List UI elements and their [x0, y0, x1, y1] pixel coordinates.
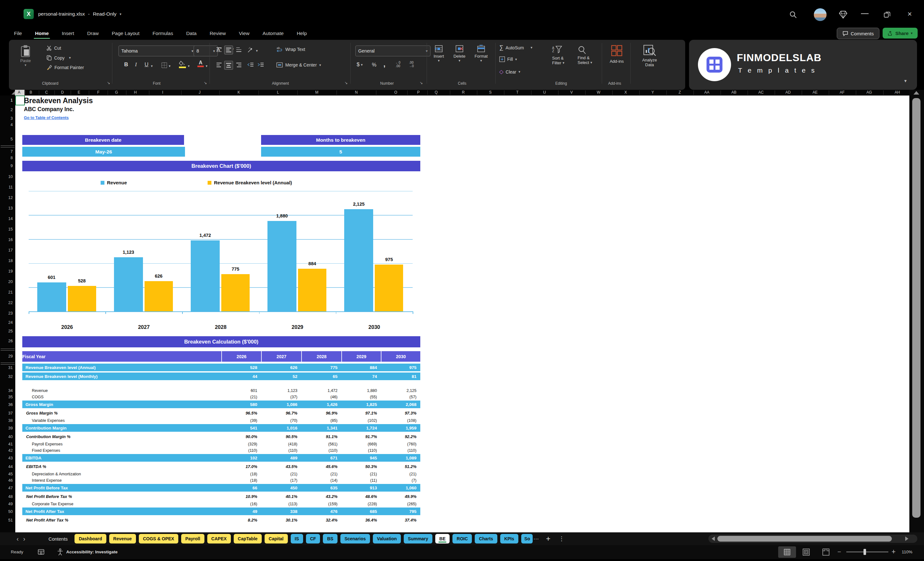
search-icon[interactable] [789, 10, 797, 19]
sheet-tab-roic[interactable]: ROIC [453, 534, 472, 543]
column-header-S[interactable]: S [489, 90, 492, 94]
sort-filter-button[interactable]: AZ Sort & Filter▾ [552, 45, 564, 65]
row-label[interactable]: Variable Expenses [22, 418, 221, 423]
alignment-dialog-launcher-icon[interactable]: ↘ [345, 81, 348, 85]
cell[interactable]: 2,125 [381, 388, 420, 393]
cell[interactable]: (21) [381, 472, 420, 476]
share-button[interactable]: Share ▾ [883, 28, 918, 39]
cell[interactable]: (18) [221, 478, 261, 483]
toc-link[interactable]: Go to Table of Contents [24, 116, 69, 120]
sheet-tab-valuation[interactable]: Valuation [373, 534, 401, 543]
cell[interactable]: 96.5% [221, 411, 261, 416]
increase-indent-button[interactable] [257, 62, 264, 68]
row-label[interactable]: Gross Margin [22, 402, 221, 407]
cell[interactable]: (110) [261, 448, 301, 453]
font-family-select[interactable]: Tahoma▾ [118, 45, 196, 56]
decrease-decimal-button[interactable]: .00→0 [409, 61, 414, 68]
cell[interactable]: (46) [301, 395, 341, 399]
column-header-K[interactable]: K [237, 90, 240, 94]
cell[interactable]: 81 [381, 374, 420, 379]
chevron-down-icon[interactable]: ▾ [256, 49, 258, 53]
row-header-44[interactable]: 44 [1, 465, 13, 469]
cell[interactable]: 49 [221, 509, 261, 514]
comma-format-button[interactable]: , [383, 60, 386, 69]
zoom-slider-thumb[interactable] [864, 549, 866, 555]
premium-gem-icon[interactable] [838, 10, 848, 19]
sheet-tab-so[interactable]: So [521, 534, 532, 543]
horizontal-scroll-thumb[interactable] [717, 536, 892, 542]
cell[interactable]: 1,426 [301, 402, 341, 407]
column-header-W[interactable]: W [597, 90, 600, 94]
user-avatar[interactable] [814, 8, 826, 21]
row-header-4[interactable]: 4 [1, 123, 13, 127]
cell[interactable]: 43.2% [301, 494, 341, 499]
cell[interactable]: 1,123 [261, 388, 301, 393]
collapse-ribbon-chevron-icon[interactable]: ▾ [904, 78, 907, 84]
number-dialog-launcher-icon[interactable]: ↘ [420, 81, 423, 85]
column-header-Q[interactable]: Q [435, 90, 438, 94]
minimize-button[interactable] [861, 14, 868, 14]
orientation-button[interactable] [247, 46, 254, 53]
column-header-E[interactable]: E [78, 90, 80, 94]
comments-button[interactable]: Comments [837, 28, 879, 39]
fill-button[interactable]: Fill ▾ [499, 56, 517, 62]
row-label[interactable]: Net Profit Before Tax [22, 486, 221, 490]
status-accessibility[interactable]: Accessibility: Investigate [66, 549, 117, 554]
cell[interactable]: 635 [301, 486, 341, 490]
cell[interactable]: 775 [301, 365, 341, 370]
column-header-O[interactable]: O [394, 90, 397, 94]
bold-button[interactable]: B [124, 62, 128, 68]
scroll-right-arrow[interactable] [905, 537, 908, 541]
column-header-AH[interactable]: AH [895, 90, 900, 94]
underline-button[interactable]: U [144, 62, 148, 68]
scroll-left-arrow[interactable] [712, 537, 715, 541]
cell[interactable]: (37) [261, 395, 301, 399]
font-dialog-launcher-icon[interactable]: ↘ [204, 81, 207, 85]
sheet-tab-revenue[interactable]: Revenue [109, 534, 136, 543]
sheet-tab-bs[interactable]: BS [323, 534, 337, 543]
row-label[interactable]: Contribution Margin [22, 426, 221, 430]
zoom-level[interactable]: 110% [902, 549, 912, 554]
increase-decimal-button[interactable]: ←0.00 [396, 61, 400, 68]
column-header-AG[interactable]: AG [866, 90, 872, 94]
font-size-select[interactable]: 8▾ [194, 45, 218, 56]
cell[interactable]: 37.4% [381, 518, 420, 522]
cell[interactable]: 52 [261, 374, 301, 379]
cell[interactable]: (108) [381, 418, 420, 423]
cell[interactable]: (7) [381, 478, 420, 483]
align-right-button[interactable] [236, 62, 242, 68]
analyze-data-button[interactable]: Analyze Data [637, 44, 662, 67]
cell[interactable]: (110) [381, 448, 420, 453]
format-painter-button[interactable]: Format Painter [46, 64, 84, 70]
spreadsheet-grid[interactable]: Breakeven Analysis ABC Company Inc. Go t… [15, 96, 909, 532]
row-header-11[interactable]: 11 [1, 185, 13, 189]
column-header-AA[interactable]: AA [704, 90, 710, 94]
restore-button[interactable] [883, 11, 891, 18]
row-header-36[interactable]: 36 [1, 402, 13, 407]
cell[interactable]: (110) [301, 448, 341, 453]
row-header-46[interactable]: 46 [1, 478, 13, 483]
menu-tab-page-layout[interactable]: Page Layout [107, 27, 144, 40]
row-header-42[interactable]: 42 [1, 448, 13, 453]
column-header-AC[interactable]: AC [758, 90, 764, 94]
column-header-X[interactable]: X [624, 90, 627, 94]
cell[interactable]: 489 [261, 456, 301, 460]
column-header-F[interactable]: F [97, 90, 99, 94]
menu-tab-home[interactable]: Home [31, 27, 53, 40]
percent-format-button[interactable]: % [372, 62, 376, 68]
cell[interactable]: (265) [381, 502, 420, 506]
row-header-43[interactable]: 43 [1, 456, 13, 460]
cell[interactable]: 1,724 [341, 426, 381, 430]
row-header-41[interactable]: 41 [1, 442, 13, 446]
menu-tab-file[interactable]: File [9, 27, 26, 40]
row-header-5[interactable]: 5 [1, 137, 13, 141]
row-header-7[interactable]: 7 [1, 149, 13, 154]
row-header-1[interactable]: 1 [1, 98, 13, 102]
column-header-R[interactable]: R [462, 90, 465, 94]
cell[interactable]: 975 [381, 365, 420, 370]
row-header-25[interactable]: 25 [1, 329, 13, 333]
cell[interactable]: (113) [261, 502, 301, 506]
row-header-14[interactable]: 14 [1, 216, 13, 221]
cell[interactable]: 671 [301, 456, 341, 460]
row-label[interactable]: EBITDA % [22, 464, 221, 469]
